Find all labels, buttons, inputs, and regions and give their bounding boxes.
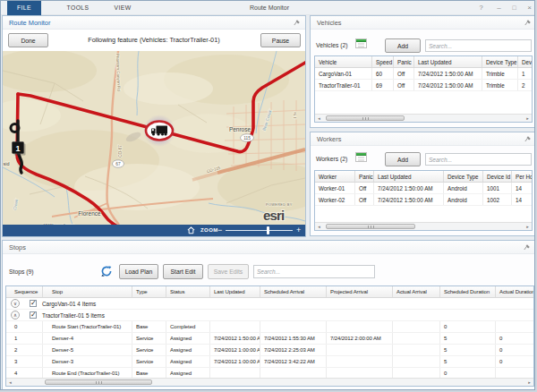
scroll-left-button[interactable]: ◂ [6, 379, 14, 386]
table-cell: 5 [440, 356, 496, 367]
stops-panel-header: Stops [3, 241, 535, 254]
table-cell: Android [444, 183, 483, 193]
column-header-last-updated[interactable]: Last Updated [374, 171, 444, 182]
table-cell [496, 321, 534, 332]
shield-115-label: 115 [243, 136, 251, 141]
column-header-vehicle[interactable]: Vehicle [315, 56, 372, 67]
column-header-actual-duration[interactable]: Actual Duration [496, 286, 534, 297]
table-cell: Off [355, 183, 374, 193]
table-cell: 7/24/2012 1:50:00 AM [374, 183, 444, 193]
scrollbar-thumb[interactable] [45, 379, 152, 385]
scroll-left-button[interactable]: ◂ [315, 223, 323, 230]
table-cell: 7/24/2012 1:00:00 AM [210, 345, 260, 355]
column-header-last-updated[interactable]: Last Updated [414, 56, 482, 67]
auto-hide-pin-icon[interactable] [293, 19, 301, 27]
table-cell: 7/24/2012 1:50:00 AM [210, 333, 260, 344]
town-label-partial: sid [4, 161, 10, 166]
stops-search-input[interactable] [253, 265, 375, 278]
auto-hide-pin-icon[interactable] [524, 135, 532, 143]
road-label-co67: CO-67 [118, 145, 123, 158]
add-worker-button[interactable]: Add [385, 152, 421, 166]
menu-tools[interactable]: TOOLS [58, 1, 98, 15]
workers-search-input[interactable] [425, 153, 532, 166]
close-button[interactable]: × [524, 1, 535, 15]
done-button[interactable]: Done [8, 33, 48, 47]
scroll-right-button[interactable]: ▸ [524, 223, 532, 230]
table-row[interactable]: Worker-01Off7/24/2012 1:50:00 AMAndroid1… [315, 183, 532, 194]
zoom-in-button[interactable]: + [296, 225, 301, 236]
map-view[interactable]: 1 67 115 [3, 51, 305, 225]
minimize-button[interactable]: – [493, 1, 505, 15]
pause-button[interactable]: Pause [260, 33, 301, 47]
group-row[interactable]: ∨CargoVan-01 4 Items [6, 298, 533, 310]
column-header-status[interactable]: Status [166, 286, 210, 297]
vehicles-panel-header: Vehicles [311, 16, 535, 30]
group-checkbox[interactable] [30, 311, 37, 319]
stops-horizontal-scrollbar: ◂ ▸ [6, 378, 533, 386]
table-row[interactable]: TractorTrailer-0169Off7/24/2012 1:50:00 … [315, 80, 532, 91]
table-cell [327, 356, 393, 367]
table-row[interactable]: 1Denver-4ServiceAssigned7/24/2012 1:50:0… [6, 333, 533, 345]
table-cell: Worker-02 [315, 194, 355, 205]
column-header-scheduled-duration[interactable]: Scheduled Duration [440, 286, 496, 297]
title-bar: FILE TOOLS VIEW Route Monitor ? – □ × [1, 1, 534, 15]
column-header-panic[interactable]: Panic [355, 171, 374, 182]
table-row[interactable]: CargoVan-0160Off7/24/2012 1:50:00 AMTrim… [315, 68, 532, 80]
menu-view[interactable]: VIEW [107, 1, 139, 15]
column-header-speed[interactable]: Speed [372, 56, 394, 67]
table-cell: 1 [518, 68, 533, 79]
scrollbar-thumb[interactable] [326, 224, 415, 229]
scroll-right-button[interactable]: ▸ [524, 115, 532, 122]
scroll-left-button[interactable]: ◂ [315, 115, 323, 122]
column-header-device-type[interactable]: Device Type [444, 171, 483, 182]
start-edit-button[interactable]: Start Edit [163, 264, 203, 279]
zoom-slider-track[interactable] [226, 230, 293, 231]
scrollbar-thumb[interactable] [326, 115, 405, 121]
workers-table-header-row: WorkerPanicLast UpdatedDevice TypeDevice… [315, 171, 532, 183]
column-header-per-hour[interactable]: Per Hour [512, 171, 533, 182]
column-header-sequence[interactable]: Sequence [6, 286, 43, 297]
vehicles-search-input[interactable] [425, 39, 532, 52]
column-header-actual-arrival[interactable]: Actual Arrival [393, 286, 440, 297]
auto-hide-pin-icon[interactable] [523, 243, 531, 251]
add-vehicle-button[interactable]: Add [385, 38, 421, 53]
table-row[interactable]: Worker-02Off7/24/2012 1:50:00 AMAndroid1… [315, 194, 532, 206]
column-header-last-updated[interactable]: Last Updated [210, 286, 260, 297]
table-row[interactable]: 3Denver-3ServiceAssigned7/24/2012 1:00:0… [6, 356, 533, 368]
table-row[interactable]: 0Route Start (TractorTrailer-01)BaseComp… [6, 321, 533, 333]
column-header-panic[interactable]: Panic [394, 56, 414, 67]
zoom-slider-handle[interactable] [267, 226, 269, 234]
vehicles-panel: Vehicles Vehicles (2) Add VehicleSpeedPa… [310, 15, 535, 128]
group-row[interactable]: ∧TractorTrailer-01 5 Items [6, 310, 533, 321]
column-header-worker[interactable]: Worker [315, 171, 355, 182]
refresh-stops-icon[interactable] [100, 265, 113, 277]
column-header-device-type[interactable]: Device Type [482, 56, 518, 67]
column-header-device-id[interactable]: Device Id [518, 56, 533, 67]
group-checkbox[interactable] [30, 300, 37, 307]
table-row[interactable]: 2Denver-5ServiceAssigned7/24/2012 1:00:0… [6, 345, 533, 356]
load-plan-button[interactable]: Load Plan [119, 264, 158, 279]
help-button[interactable]: ? [475, 1, 487, 15]
home-extent-icon[interactable] [187, 226, 195, 234]
table-cell: Trimble [482, 80, 518, 90]
table-cell: 2 [6, 345, 43, 355]
table-cell: 7/24/2012 1:50:00 AM [374, 194, 444, 205]
save-edits-button[interactable]: Save Edits [208, 264, 249, 279]
column-header-type[interactable]: Type [132, 286, 166, 297]
auto-hide-pin-icon[interactable] [524, 19, 532, 27]
column-header-scheduled-arrival[interactable]: Scheduled Arrival [260, 286, 327, 297]
scroll-right-button[interactable]: ▸ [525, 379, 533, 386]
column-header-stop[interactable]: Stop [43, 286, 132, 297]
menu-file[interactable]: FILE [7, 1, 41, 15]
tracked-vehicle-symbol[interactable] [143, 115, 175, 147]
maximize-button[interactable]: □ [508, 1, 520, 15]
chevron-up-icon: ∧ [12, 311, 19, 319]
column-header-projected-arrival[interactable]: Projected Arrival [327, 286, 393, 297]
expander-button[interactable]: ∧ [11, 311, 20, 320]
table-cell: 7/24/2012 3:42:22 AM [260, 356, 327, 367]
stop-marker-1[interactable]: 1 [13, 142, 26, 156]
expander-button[interactable]: ∨ [11, 299, 20, 308]
zoom-out-button[interactable]: − [217, 225, 222, 235]
column-header-device-id[interactable]: Device Id [483, 171, 512, 182]
table-cell: 0 [496, 345, 534, 355]
